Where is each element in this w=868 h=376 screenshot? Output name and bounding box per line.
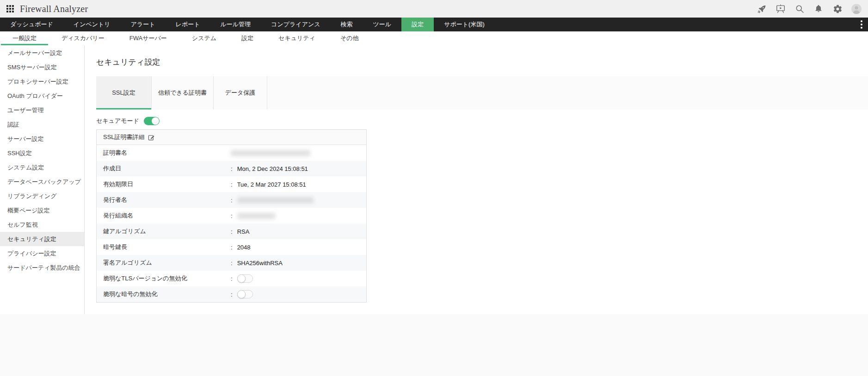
row-value: Tue, 2 Mar 2027 15:08:51 [237,181,306,188]
edit-icon[interactable] [148,134,155,141]
nav-item-rule-management[interactable]: ルール管理 [210,18,261,31]
nav-item-alerts[interactable]: アラート [121,18,166,31]
sidebar-item-mail-server[interactable]: メールサーバー設定 [0,46,84,60]
sidebar-item-system-settings[interactable]: システム設定 [0,160,84,175]
page-layout: メールサーバー設定 SMSサーバー設定 プロキシサーバー設定 OAuth プロバ… [0,45,868,314]
cert-table-title: SSL証明書詳細 [103,133,145,141]
apps-grid-icon[interactable] [6,5,14,12]
search-icon[interactable] [794,4,805,14]
sidebar-item-proxy-server[interactable]: プロキシサーバー設定 [0,74,84,89]
redacted-value [237,197,314,203]
app-title: Firewall Analyzer [20,4,88,14]
table-row-created-date: 作成日 Mon, 2 Dec 2024 15:08:51 [97,161,366,176]
table-row-signature-algorithm: 署名アルゴリズム SHA256withRSA [97,255,366,271]
top-header: Firewall Analyzer [0,0,868,18]
table-row-disable-weak-tls: 脆弱なTLSバージョンの無効化 [97,271,366,286]
sidebar-item-ssh-settings[interactable]: SSH設定 [0,146,84,160]
table-row-certificate-name: 証明書名 [97,145,366,161]
tab-data-protection[interactable]: データ保護 [214,76,267,109]
subnav-item-security[interactable]: セキュリティ [266,31,328,45]
subnav-item-discovery[interactable]: ディスカバリー [49,31,117,45]
row-value: Mon, 2 Dec 2024 15:08:51 [237,165,308,172]
nav-item-reports[interactable]: レポート [166,18,210,31]
main-nav: ダッシュボード インベントリ アラート レポート ルール管理 コンプライアンス … [0,18,868,31]
subnav-item-settings[interactable]: 設定 [229,31,266,45]
rocket-icon[interactable] [757,4,767,14]
sidebar-item-user-management[interactable]: ユーザー管理 [0,103,84,117]
redacted-value [237,213,275,219]
row-value: RSA [237,228,250,235]
disable-weak-tls-toggle[interactable] [237,274,253,283]
table-row-expiry-date: 有効期限日 Tue, 2 Mar 2027 15:08:51 [97,176,366,192]
nav-item-settings[interactable]: 設定 [401,18,434,31]
sub-nav: 一般設定 ディスカバリー FWAサーバー システム 設定 セキュリティ その他 [0,31,868,45]
subnav-item-others[interactable]: その他 [328,31,371,45]
nav-item-dashboard[interactable]: ダッシュボード [0,18,63,31]
notifications-icon[interactable] [813,4,824,14]
sidebar-item-database-backup[interactable]: データベースバックアップ [0,175,84,189]
nav-item-search[interactable]: 検索 [331,18,363,31]
disable-weak-ciphers-toggle[interactable] [237,290,253,298]
sidebar-item-third-party-integration[interactable]: サードパーティ製品の統合 [0,261,84,275]
main-content: セキュリティ設定 SSL設定 信頼できる証明書 データ保護 セキュアモード SS… [85,45,868,314]
sidebar-item-server-settings[interactable]: サーバー設定 [0,132,84,146]
settings-sidebar: メールサーバー設定 SMSサーバー設定 プロキシサーバー設定 OAuth プロバ… [0,45,85,314]
security-tabs: SSL設定 信頼できる証明書 データ保護 [96,76,868,109]
tab-trusted-certificates[interactable]: 信頼できる証明書 [152,76,214,109]
subnav-item-general-settings[interactable]: 一般設定 [0,31,49,45]
secure-mode-label: セキュアモード [96,117,139,125]
nav-item-tools[interactable]: ツール [363,18,402,31]
sidebar-item-security-settings[interactable]: セキュリティ設定 [0,232,84,246]
row-value: 2048 [237,244,251,251]
subnav-item-system[interactable]: システム [179,31,229,45]
cert-table-header: SSL証明書詳細 [97,130,366,145]
redacted-value [231,150,310,156]
vertical-dots-menu-icon[interactable] [859,18,864,31]
cert-table-body: 証明書名 作成日 Mon, 2 Dec 2024 15:08:51 有効期限日 … [97,145,366,302]
secure-mode-row: セキュアモード [96,117,868,125]
sidebar-item-rebranding[interactable]: リブランディング [0,189,84,203]
page-title: セキュリティ設定 [96,58,868,67]
nav-item-support[interactable]: サポート(米国) [434,18,495,31]
sidebar-item-sms-server[interactable]: SMSサーバー設定 [0,60,84,74]
sidebar-item-privacy-settings[interactable]: プライバシー設定 [0,246,84,261]
sidebar-item-oauth-provider[interactable]: OAuth プロバイダー [0,89,84,103]
secure-mode-toggle[interactable] [144,117,160,125]
table-row-issuer-name: 発行者名 [97,192,366,208]
tab-strip-filler [267,76,868,109]
settings-gear-icon[interactable] [832,4,843,14]
table-row-disable-weak-ciphers: 脆弱な暗号の無効化 [97,286,366,302]
header-actions [757,4,862,14]
sidebar-item-self-monitoring[interactable]: セルフ監視 [0,218,84,232]
table-row-key-length: 暗号鍵長 2048 [97,239,366,255]
sidebar-item-authentication[interactable]: 認証 [0,117,84,132]
user-avatar[interactable] [851,4,862,14]
nav-item-inventory[interactable]: インベントリ [63,18,121,31]
demo-video-icon[interactable] [776,4,786,14]
ssl-certificate-table: SSL証明書詳細 証明書名 作成日 Mon, 2 Dec 2024 15:08:… [96,129,367,303]
table-row-key-algorithm: 鍵アルゴリズム RSA [97,224,366,239]
sidebar-item-summary-page[interactable]: 概要ページ設定 [0,203,84,218]
nav-item-compliance[interactable]: コンプライアンス [261,18,330,31]
tab-ssl-settings[interactable]: SSL設定 [96,76,152,109]
row-value: SHA256withRSA [237,260,283,267]
table-row-issuer-organization: 発行組織名 [97,208,366,224]
subnav-item-fwa-server[interactable]: FWAサーバー [117,31,179,45]
